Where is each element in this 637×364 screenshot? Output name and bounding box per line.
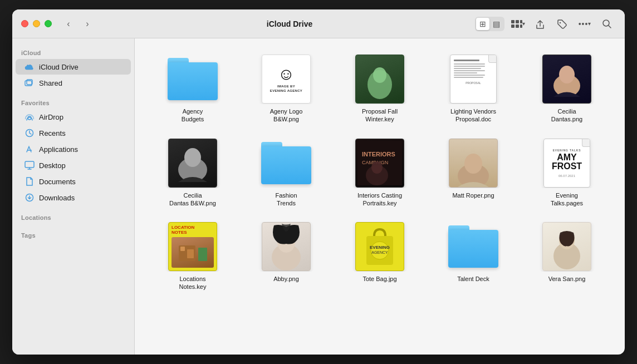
search-button[interactable]: [598, 16, 616, 32]
agency-budgets-name: AgencyBudgets: [182, 107, 204, 124]
file-item-vera-san[interactable]: Vera San.png: [522, 217, 611, 296]
tote-bag-thumb: EVENING AGENCY: [352, 222, 408, 272]
view-list-button[interactable]: ▤: [489, 18, 503, 30]
file-item-interiors[interactable]: INTERIORS CAMPAIGN Interiors CastingPort…: [335, 134, 424, 212]
window-title: iCloud Drive: [104, 19, 475, 28]
evening-talks-thumb: EVENING TALKS AMYFROST 06.07.2021: [539, 138, 595, 188]
svg-point-27: [464, 154, 482, 174]
forward-button[interactable]: ›: [80, 16, 95, 32]
applications-label: Applications: [39, 145, 78, 154]
file-item-proposal-fall[interactable]: Proposal FallWinter.key: [335, 50, 424, 128]
file-item-cecilia-dantas[interactable]: CeciliaDantas.png: [522, 50, 611, 128]
share-button[interactable]: [531, 16, 549, 32]
airdrop-label: AirDrop: [39, 113, 63, 121]
tote-bag-name: Tote Bag.jpg: [362, 275, 396, 283]
cecilia-dantas-name: CeciliaDantas.png: [551, 107, 582, 124]
file-item-fashion-trends[interactable]: FashionTrends: [242, 134, 331, 212]
svg-point-6: [560, 22, 561, 23]
vera-san-name: Vera San.png: [548, 275, 586, 283]
maximize-button[interactable]: [45, 20, 52, 27]
svg-point-25: [371, 161, 383, 174]
lighting-vendors-name: Lighting VendorsProposal.doc: [450, 107, 496, 124]
recents-label: Recents: [39, 129, 66, 137]
interiors-thumb: INTERIORS CAMPAIGN: [352, 138, 408, 188]
svg-point-18: [559, 66, 575, 83]
sidebar-item-airdrop[interactable]: AirDrop: [16, 109, 131, 125]
traffic-lights: [21, 20, 52, 27]
sidebar: iCloud iCloud Drive Shared Fav: [12, 38, 135, 355]
svg-rect-4: [516, 24, 519, 28]
svg-point-20: [184, 148, 201, 167]
matt-roper-thumb: [445, 138, 501, 188]
sidebar-section-favorites: Favorites: [12, 95, 134, 109]
sidebar-item-recents[interactable]: Recents: [16, 125, 131, 141]
desktop-label: Desktop: [39, 161, 66, 170]
svg-rect-13: [25, 161, 34, 168]
svg-text:INTERIORS: INTERIORS: [362, 151, 395, 158]
file-item-talent-deck[interactable]: Talent Deck: [429, 217, 518, 296]
file-item-tote-bag[interactable]: EVENING AGENCY Tote Bag.jpg: [335, 217, 424, 296]
sidebar-item-icloud-drive[interactable]: iCloud Drive: [16, 59, 131, 75]
folder-icon: [448, 225, 498, 268]
file-item-agency-logo[interactable]: ☺ IMAGE BYEVENING AGENCY Ageny LogoB&W.p…: [242, 50, 331, 128]
recents-icon: [24, 128, 35, 138]
icloud-drive-label: iCloud Drive: [39, 63, 79, 71]
tag-button[interactable]: [553, 16, 571, 32]
downloads-label: Downloads: [39, 194, 75, 202]
svg-rect-29: [187, 249, 194, 258]
location-notes-name: LocationsNotes.key: [179, 275, 207, 291]
file-item-cecilia-bw[interactable]: CeciliaDantas B&W.png: [148, 134, 237, 212]
file-item-agency-budgets[interactable]: AgencyBudgets: [148, 50, 237, 128]
file-item-lighting-vendors[interactable]: PROPOSAL Lighting VendorsProposal.doc: [429, 50, 518, 128]
svg-rect-3: [511, 24, 514, 28]
interiors-name: Interiors CastingPortraits.key: [357, 191, 402, 208]
agency-logo-thumb: ☺ IMAGE BYEVENING AGENCY: [258, 54, 314, 104]
more-button[interactable]: ••• ▾: [576, 16, 594, 32]
sidebar-item-applications[interactable]: Applications: [16, 141, 131, 157]
fashion-trends-thumb: [258, 138, 314, 188]
cecilia-bw-name: CeciliaDantas B&W.png: [169, 191, 216, 208]
view-toggle: ⊞ ▤: [475, 17, 504, 31]
proposal-fall-name: Proposal FallWinter.key: [362, 107, 398, 124]
documents-icon: [24, 176, 35, 186]
vera-san-thumb: [539, 222, 595, 272]
sidebar-section-icloud: iCloud: [12, 45, 134, 58]
shared-label: Shared: [39, 79, 62, 87]
sidebar-item-desktop[interactable]: Desktop: [16, 158, 131, 173]
file-grid: AgencyBudgets ☺ IMAGE BYEVENING AGENCY A…: [148, 50, 611, 296]
svg-rect-31: [198, 248, 207, 261]
agency-logo-name: Ageny LogoB&W.png: [270, 107, 303, 124]
fashion-trends-name: FashionTrends: [275, 191, 297, 208]
talent-deck-thumb: [445, 222, 501, 272]
abby-thumb: [258, 222, 314, 272]
sidebar-item-documents[interactable]: Documents: [16, 174, 131, 189]
folder-icon: [168, 58, 218, 100]
finder-window: ‹ › iCloud Drive ⊞ ▤ ▾: [12, 9, 625, 355]
lighting-vendors-thumb: PROPOSAL: [445, 54, 501, 104]
shared-icon: [24, 78, 35, 88]
sidebar-item-shared[interactable]: Shared: [16, 75, 131, 91]
view-grid-button[interactable]: ⊞: [476, 18, 489, 30]
evening-talks-name: EveningTalks.pages: [551, 191, 583, 208]
close-button[interactable]: [21, 20, 28, 27]
group-by-button[interactable]: ▾: [509, 16, 527, 32]
file-item-matt-roper[interactable]: Matt Roper.png: [429, 134, 518, 212]
cloud-icon: [24, 62, 35, 72]
toolbar-right: ⊞ ▤ ▾: [475, 16, 616, 32]
matt-roper-name: Matt Roper.png: [452, 191, 494, 199]
proposal-fall-thumb: [352, 54, 408, 104]
minimize-button[interactable]: [33, 20, 40, 27]
file-item-evening-talks[interactable]: EVENING TALKS AMYFROST 06.07.2021 Evenin…: [522, 134, 611, 212]
cecilia-dantas-thumb: [539, 54, 595, 104]
svg-line-8: [609, 26, 611, 28]
back-button[interactable]: ‹: [61, 16, 76, 32]
file-item-abby[interactable]: Abby.png: [242, 217, 331, 296]
file-item-location-notes[interactable]: LOCATIONNOTES LocationsNot: [148, 217, 237, 296]
sidebar-item-downloads[interactable]: Downloads: [16, 190, 131, 205]
documents-label: Documents: [39, 178, 76, 186]
svg-rect-0: [511, 20, 514, 23]
sidebar-section-tags: Tags: [12, 228, 134, 241]
file-area: AgencyBudgets ☺ IMAGE BYEVENING AGENCY A…: [135, 38, 625, 355]
svg-text:EVENING: EVENING: [370, 245, 390, 250]
agency-budgets-thumb: [165, 54, 220, 104]
